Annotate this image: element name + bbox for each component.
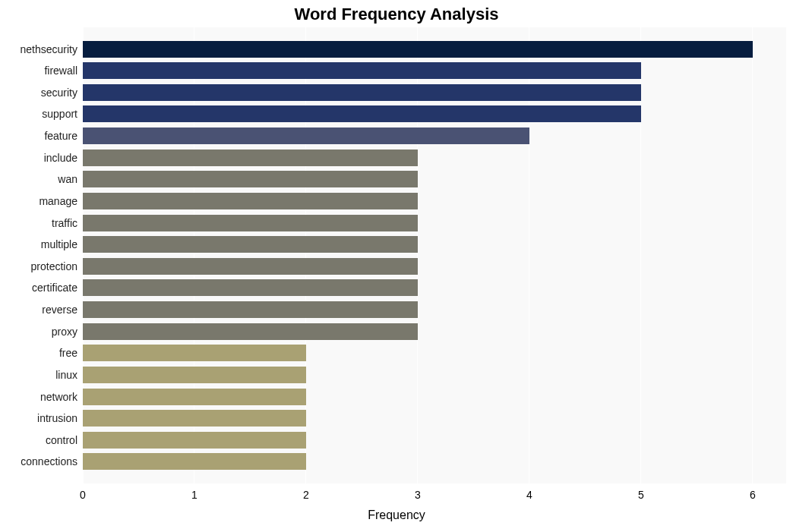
bar	[83, 432, 306, 449]
bar	[83, 323, 418, 340]
y-tick-label: free	[0, 345, 77, 361]
bar	[83, 150, 418, 166]
x-tick-label: 3	[410, 489, 425, 501]
bar	[83, 301, 418, 318]
bar	[83, 84, 641, 101]
bar	[83, 279, 418, 296]
x-tick-label: 4	[522, 489, 537, 501]
x-tick-label: 1	[187, 489, 202, 501]
bar	[83, 389, 306, 405]
bar	[83, 258, 418, 275]
y-tick-label: traffic	[0, 215, 77, 231]
x-tick-label: 5	[633, 489, 649, 501]
y-tick-label: certificate	[0, 279, 77, 296]
x-axis-label: Frequency	[0, 508, 793, 522]
bar	[83, 410, 306, 427]
y-tick-label: wan	[0, 171, 77, 187]
x-tick-label: 6	[745, 489, 760, 501]
bar	[83, 215, 418, 231]
x-tick-label: 2	[299, 489, 314, 501]
y-tick-label: reverse	[0, 301, 77, 318]
y-tick-label: protection	[0, 258, 77, 275]
y-tick-label: support	[0, 105, 77, 122]
y-tick-label: multiple	[0, 236, 77, 253]
bar	[83, 127, 529, 144]
chart-title: Word Frequency Analysis	[0, 5, 793, 24]
y-tick-label: network	[0, 389, 77, 405]
bar	[83, 236, 418, 253]
plot-area	[83, 27, 786, 483]
y-tick-label: feature	[0, 127, 77, 144]
y-tick-label: intrusion	[0, 410, 77, 427]
y-tick-label: nethsecurity	[0, 41, 77, 58]
bar	[83, 171, 418, 187]
y-tick-label: connections	[0, 453, 77, 470]
y-tick-label: linux	[0, 367, 77, 383]
bar	[83, 105, 641, 122]
bar	[83, 62, 641, 79]
bar	[83, 453, 306, 470]
bar	[83, 345, 306, 361]
bar	[83, 193, 418, 209]
chart-container: Word Frequency Analysis Frequency 012345…	[0, 0, 793, 532]
bar	[83, 367, 306, 383]
y-tick-label: control	[0, 432, 77, 449]
x-tick-label: 0	[75, 489, 90, 501]
y-tick-label: manage	[0, 193, 77, 209]
y-tick-label: security	[0, 84, 77, 101]
grid-line	[752, 27, 753, 483]
y-tick-label: proxy	[0, 323, 77, 340]
bar	[83, 41, 753, 58]
y-tick-label: firewall	[0, 62, 77, 79]
y-tick-label: include	[0, 150, 77, 166]
